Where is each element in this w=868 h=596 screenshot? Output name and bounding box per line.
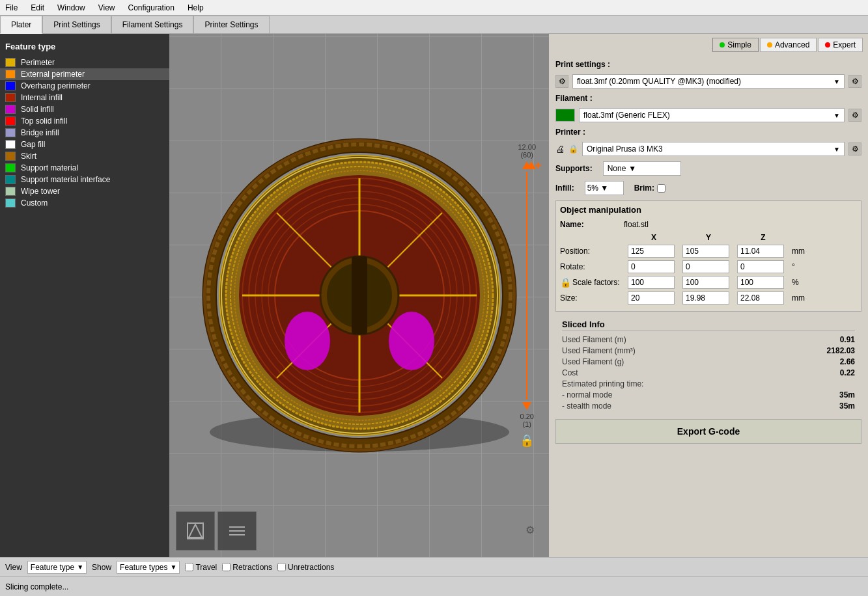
- legend-item-9[interactable]: Support material: [0, 162, 169, 174]
- printer-value-row: 🖨 🔒 Original Prusa i3 MK3 ▼ ⚙: [555, 142, 861, 156]
- tab-filament-settings[interactable]: Filament Settings: [111, 16, 194, 33]
- legend-item-label-1: External perimeter: [21, 70, 85, 79]
- position-z-input[interactable]: [737, 245, 784, 258]
- legend-item-5[interactable]: Top solid infill: [0, 115, 169, 127]
- print-settings-dropdown-box[interactable]: float.3mf (0.20mm QUALITY @MK3) (modifie…: [572, 74, 845, 88]
- menu-help[interactable]: Help: [185, 2, 206, 14]
- expert-mode-button[interactable]: Expert: [818, 38, 863, 52]
- filament-arrow: ▼: [833, 112, 840, 119]
- legend-item-label-3: Internal infill: [21, 93, 63, 102]
- retractions-label: Retractions: [232, 563, 272, 572]
- sliced-key-3: Cost: [562, 368, 578, 377]
- scale-x-input[interactable]: [628, 276, 675, 289]
- position-x-input[interactable]: [628, 245, 675, 258]
- legend-item-label-0: Perimeter: [21, 58, 55, 67]
- tab-plater[interactable]: Plater: [0, 16, 42, 34]
- 3d-view-icon[interactable]: [176, 511, 215, 550]
- menu-configuration[interactable]: Configuration: [126, 2, 177, 14]
- legend-item-8[interactable]: Skirt: [0, 150, 169, 162]
- unretractions-checkbox[interactable]: [277, 563, 286, 571]
- size-z-input[interactable]: [737, 291, 784, 305]
- legend-item-7[interactable]: Gap fill: [0, 139, 169, 150]
- legend-item-6[interactable]: Bridge infill: [0, 127, 169, 139]
- size-y-input[interactable]: [682, 291, 729, 305]
- advanced-mode-button[interactable]: Advanced: [760, 38, 817, 52]
- legend-item-4[interactable]: Solid infill: [0, 103, 169, 115]
- export-gcode-button[interactable]: Export G-code: [555, 419, 861, 444]
- svg-rect-23: [352, 256, 367, 334]
- legend-color-swatch-6: [5, 128, 16, 137]
- scale-lock-icon[interactable]: 🔒: [560, 277, 571, 288]
- tab-printer-settings[interactable]: Printer Settings: [193, 16, 269, 33]
- layer-settings-icon[interactable]: ⚙: [525, 524, 535, 536]
- scale-z-input[interactable]: [737, 276, 784, 289]
- size-unit: mm: [792, 293, 818, 303]
- printer-gear[interactable]: ⚙: [848, 142, 861, 156]
- sliced-row-4: Estimated printing time:: [562, 379, 855, 388]
- legend-item-0[interactable]: Perimeter: [0, 57, 169, 68]
- legend-color-swatch-3: [5, 93, 16, 102]
- rotate-z-input[interactable]: [737, 260, 784, 273]
- print-settings-gear2[interactable]: ⚙: [848, 75, 861, 88]
- layer-view-icon[interactable]: [217, 511, 257, 550]
- retractions-checkbox[interactable]: [222, 563, 231, 571]
- svg-point-22: [389, 312, 434, 370]
- name-label: Name:: [560, 220, 619, 229]
- legend-item-label-2: Overhang perimeter: [21, 81, 91, 90]
- menu-edit[interactable]: Edit: [28, 2, 47, 14]
- print-settings-label: Print settings :: [555, 60, 610, 69]
- printer-dropdown-box[interactable]: Original Prusa i3 MK3 ▼: [582, 142, 845, 156]
- legend-item-2[interactable]: Overhang perimeter: [0, 80, 169, 92]
- menu-file[interactable]: File: [3, 2, 20, 14]
- legend-item-10[interactable]: Support material interface: [0, 174, 169, 185]
- legend-panel: Feature type PerimeterExternal perimeter…: [0, 34, 169, 557]
- legend-item-12[interactable]: Custom: [0, 197, 169, 209]
- status-text: Slicing complete...: [5, 582, 68, 591]
- sliced-key-1: Used Filament (mm³): [562, 346, 636, 355]
- position-y-input[interactable]: [682, 245, 729, 258]
- sliced-row-0: Used Filament (m)0.91: [562, 335, 855, 344]
- rotate-y-input[interactable]: [682, 260, 729, 273]
- legend-item-3[interactable]: Internal infill: [0, 92, 169, 103]
- supports-dropdown[interactable]: None ▼: [603, 161, 681, 176]
- svg-marker-28: [189, 524, 202, 537]
- travel-checkbox[interactable]: [185, 563, 193, 571]
- printer-value: Original Prusa i3 MK3: [587, 144, 663, 154]
- simple-mode-button[interactable]: Simple: [712, 38, 759, 52]
- show-select[interactable]: Feature types ▼: [117, 561, 180, 574]
- size-x-input[interactable]: [628, 291, 675, 305]
- status-bar: Slicing complete...: [0, 576, 868, 596]
- view-select-arrow: ▼: [77, 563, 83, 571]
- bottom-bar: View Feature type ▼ Show Feature types ▼…: [0, 557, 868, 576]
- brim-checkbox[interactable]: [657, 184, 665, 193]
- view-select[interactable]: Feature type ▼: [27, 561, 87, 574]
- filament-dropdown-box[interactable]: float.3mf (Generic FLEX) ▼: [579, 108, 845, 122]
- print-settings-gear[interactable]: ⚙: [555, 75, 568, 88]
- legend-item-label-8: Skirt: [21, 152, 36, 161]
- sliced-row-1: Used Filament (mm³)2182.03: [562, 346, 855, 355]
- filament-gear[interactable]: ⚙: [848, 109, 861, 122]
- view-select-value: Feature type: [31, 563, 74, 572]
- sliced-key-5: - normal mode: [562, 390, 612, 400]
- infill-brim-row: Infill: 5% ▼ Brim:: [555, 181, 861, 195]
- sliced-val-6: 35m: [839, 401, 855, 411]
- tab-print-settings[interactable]: Print Settings: [42, 16, 111, 33]
- col-y-header: Y: [682, 233, 735, 242]
- menu-view[interactable]: View: [96, 2, 118, 14]
- sliced-info: Sliced Info Used Filament (m)0.91Used Fi…: [555, 316, 861, 416]
- legend-color-swatch-7: [5, 140, 16, 149]
- brim-label: Brim:: [634, 183, 654, 193]
- layer-lock-icon[interactable]: 🔒: [520, 433, 534, 448]
- infill-select[interactable]: 5% ▼: [585, 181, 624, 195]
- legend-item-11[interactable]: Wipe tower: [0, 185, 169, 197]
- sliced-val-3: 0.22: [840, 368, 855, 377]
- viewport[interactable]: 12.00 (60) + 0.20 (1) 🔒 ⚙: [169, 34, 549, 557]
- sliced-row-5: - normal mode35m: [562, 390, 855, 400]
- legend-item-1[interactable]: External perimeter: [0, 68, 169, 80]
- menu-window[interactable]: Window: [55, 2, 88, 14]
- rotate-x-input[interactable]: [628, 260, 675, 273]
- simple-label: Simple: [727, 40, 751, 49]
- scale-y-input[interactable]: [682, 276, 729, 289]
- tab-bar: Plater Print Settings Filament Settings …: [0, 16, 868, 34]
- sliced-info-title: Sliced Info: [562, 319, 855, 331]
